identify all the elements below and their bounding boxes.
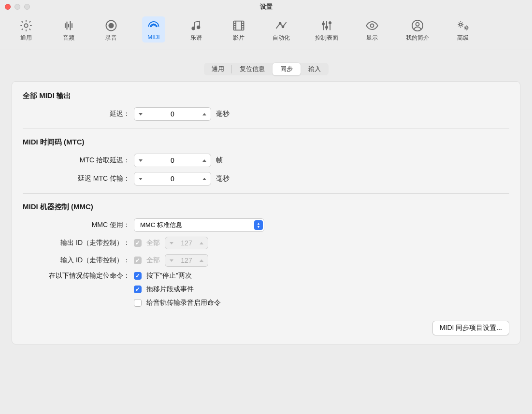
stepper-increment[interactable] [198,172,211,185]
sliders-icon [318,18,335,33]
stop-twice-label: 按下"停止"两次 [146,271,192,280]
toolbar-automation[interactable]: 自动化 [270,16,293,44]
output-id-all-checkbox [134,239,142,247]
stepper-decrement [165,237,178,249]
svg-point-5 [156,26,157,27]
stepper-increment [195,255,208,266]
input-id-label: 输入 ID（走带控制）： [23,256,134,265]
toolbar-label: 录音 [105,34,117,42]
stepper-value[interactable]: 0 [147,157,198,164]
subtab-sync[interactable]: 同步 [273,63,301,75]
stepper-value[interactable]: 0 [147,175,198,183]
stepper-value[interactable]: 0 [147,110,198,118]
toolbar-label: MIDI [147,34,159,41]
toolbar-label: 音频 [63,34,74,42]
enable-record-label: 给音轨传输录音启用命令 [146,299,221,307]
chevron-up-down-icon: ▲▼ [254,220,263,230]
toolbar-movie[interactable]: 影片 [227,16,250,44]
gear-icon [17,18,35,33]
film-icon [230,18,247,33]
divider [23,193,509,194]
svg-point-19 [460,23,462,26]
toolbar-label: 自动化 [273,34,290,42]
svg-point-2 [109,23,113,28]
all-midi-delay-stepper[interactable]: 0 [134,107,211,121]
unit-frames: 帧 [216,156,223,165]
section-all-midi-output-title: 全部 MIDI 输出 [23,91,509,100]
toolbar-label: 显示 [366,34,378,42]
delay-label: 延迟： [23,110,134,118]
svg-point-6 [152,24,153,25]
stepper-decrement [165,255,178,266]
enable-record-checkbox[interactable] [134,299,142,307]
stepper-value: 127 [178,239,195,247]
drag-region-label: 拖移片段或事件 [146,285,194,294]
svg-point-18 [416,23,419,26]
svg-point-12 [282,26,284,28]
minimize-window-button[interactable] [14,4,20,10]
toolbar-general[interactable]: 通用 [14,16,38,44]
toolbar-recording[interactable]: 录音 [100,16,123,44]
toolbar-label: 我的简介 [406,34,429,42]
toolbar-display[interactable]: 显示 [360,16,384,44]
toolbar-score[interactable]: 乐谱 [185,16,208,44]
unit-ms: 毫秒 [216,174,230,183]
waveform-icon [60,18,77,33]
mtc-pickup-label: MTC 拾取延迟： [23,156,134,165]
toolbar-label: 控制表面 [315,34,338,42]
toolbar: 通用 音频 录音 MIDI 乐谱 [0,14,532,49]
toolbar-midi[interactable]: MIDI [142,16,165,43]
drag-region-checkbox[interactable] [134,286,142,293]
stepper-increment[interactable] [198,154,211,167]
svg-point-14 [326,26,328,28]
svg-point-8 [192,27,195,30]
svg-point-11 [279,22,281,24]
midi-icon [145,18,162,33]
output-id-label: 输出 ID（走带控制）： [23,239,134,247]
divider [23,128,509,129]
toolbar-label: 高级 [457,34,469,42]
stepper-value: 127 [178,257,195,264]
midi-sync-project-settings-button[interactable]: MIDI 同步项目设置... [432,321,509,335]
subtab-general[interactable]: 通用 [204,63,232,75]
stop-twice-checkbox[interactable] [134,272,142,280]
dropdown-value: MMC 标准信息 [140,221,182,229]
svg-point-7 [155,24,156,25]
subtab-input[interactable]: 输入 [301,63,329,75]
svg-point-9 [197,26,200,29]
output-id-all-label: 全部 [146,239,160,247]
stepper-decrement[interactable] [134,172,147,185]
close-window-button[interactable] [5,4,11,10]
svg-point-0 [24,24,28,27]
mmc-uses-label: MMC 使用： [23,221,134,229]
window-title: 设置 [260,2,273,11]
svg-point-16 [371,24,374,28]
toolbar-my-info[interactable]: 我的简介 [403,16,432,44]
svg-point-15 [329,22,331,24]
input-id-stepper: 127 [165,254,208,267]
stepper-decrement[interactable] [134,154,147,167]
settings-panel: 全部 MIDI 输出 延迟： 0 毫秒 MIDI 时间码 (MTC) MTC 拾… [12,81,520,344]
svg-point-4 [153,24,154,25]
record-icon [102,18,120,33]
svg-point-13 [322,23,324,25]
music-note-icon [187,18,205,33]
transmit-locate-label: 在以下情况传输定位命令： [23,271,134,280]
unit-ms: 毫秒 [216,110,230,118]
mtc-delay-label: 延迟 MTC 传输： [23,174,134,183]
mtc-delay-stepper[interactable]: 0 [134,172,211,186]
toolbar-control-surfaces[interactable]: 控制表面 [312,16,341,44]
toolbar-label: 影片 [233,34,244,42]
mtc-pickup-stepper[interactable]: 0 [134,154,211,167]
input-id-all-label: 全部 [146,256,160,265]
subtab-reset[interactable]: 复位信息 [232,63,273,75]
input-id-all-checkbox [134,257,142,264]
stepper-increment[interactable] [198,108,211,120]
mmc-uses-dropdown[interactable]: MMC 标准信息 ▲▼ [134,218,264,232]
automation-icon [273,18,290,33]
toolbar-audio[interactable]: 音频 [57,16,80,44]
zoom-window-button[interactable] [24,4,30,10]
toolbar-advanced[interactable]: 高级 [451,16,474,44]
eye-icon [363,18,381,33]
stepper-decrement[interactable] [134,108,147,120]
